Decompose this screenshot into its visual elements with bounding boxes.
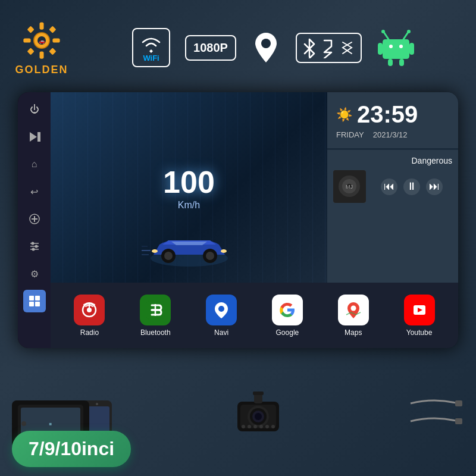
size-label: 7/9/10inci: [29, 438, 114, 459]
svg-text:■: ■: [49, 421, 52, 427]
screen-content: 100 Km/h: [51, 92, 458, 348]
album-art: MJ: [333, 170, 366, 203]
clock-date: FRIDAY 2021/3/12: [336, 130, 408, 139]
svg-point-74: [242, 425, 245, 428]
power-button[interactable]: ⏻: [23, 98, 46, 121]
svg-rect-7: [49, 26, 56, 33]
bluetooth-icon: [140, 295, 171, 325]
sun-icon: ☀️: [336, 107, 352, 123]
svg-point-17: [399, 45, 403, 48]
info-panel: ☀️ 23:59 FRIDAY 2021/3/12 Dangerous: [327, 92, 458, 283]
svg-rect-20: [388, 59, 393, 66]
app-grid: Radio Bluetooth: [51, 283, 458, 348]
svg-rect-4: [23, 38, 30, 42]
speed-unit: Km/h: [178, 200, 200, 211]
app-maps[interactable]: Maps: [338, 295, 369, 337]
svg-rect-9: [49, 48, 56, 55]
app-youtube[interactable]: Youtube: [404, 295, 435, 337]
svg-point-30: [35, 245, 37, 248]
svg-point-75: [248, 425, 251, 428]
svg-point-58: [350, 305, 356, 311]
app-bluetooth[interactable]: Bluetooth: [140, 295, 171, 337]
music-row: MJ ⏮ ⏸ ⏭: [333, 170, 452, 203]
feature-icons: WiFi 1080P: [83, 27, 464, 68]
pause-button[interactable]: ⏸: [403, 178, 420, 195]
next-button[interactable]: ⏭: [426, 178, 443, 195]
music-controls: ⏮ ⏸ ⏭: [371, 178, 452, 195]
svg-rect-33: [29, 296, 34, 300]
svg-point-78: [265, 425, 269, 428]
app-radio[interactable]: Radio: [74, 295, 105, 337]
clock-day: FRIDAY: [336, 130, 364, 139]
svg-point-42: [221, 249, 227, 253]
svg-point-76: [253, 425, 257, 428]
svg-point-53: [87, 308, 92, 312]
svg-text:MJ: MJ: [346, 184, 353, 190]
speed-value: 100: [163, 164, 215, 200]
svg-point-67: [96, 403, 98, 405]
brand-name: GOLDEN: [15, 64, 68, 76]
bottom-section: ■: [0, 354, 476, 476]
top-section: 🚗 GOLDEN WiFi 1080P: [0, 0, 476, 95]
sidebar: ⏻ ⌂ ↩: [18, 92, 51, 348]
svg-rect-8: [27, 48, 34, 55]
bluetooth-label: Bluetooth: [140, 328, 171, 337]
svg-point-63: [21, 421, 26, 426]
apps-button[interactable]: [23, 290, 46, 312]
svg-rect-82: [455, 400, 462, 406]
svg-line-12: [384, 32, 389, 39]
music-title: Dangerous: [333, 156, 452, 165]
svg-point-77: [259, 425, 263, 428]
radio-icon: [74, 295, 105, 325]
resolution-badge: 1080P: [185, 35, 236, 61]
svg-point-41: [206, 252, 214, 260]
home-button[interactable]: ⌂: [23, 153, 46, 176]
svg-rect-36: [35, 302, 40, 306]
svg-point-28: [31, 242, 34, 245]
radio-label: Radio: [80, 328, 99, 337]
maps-label: Maps: [345, 328, 362, 337]
media-button[interactable]: [23, 126, 46, 148]
svg-rect-23: [37, 132, 40, 142]
navi-label: Navi: [214, 328, 228, 337]
car-animation: [142, 230, 237, 271]
settings-button[interactable]: ⚙: [23, 262, 46, 285]
control-buttons: ⏮ ⏸ ⏭: [371, 178, 452, 195]
svg-rect-5: [52, 38, 60, 42]
clock-time: 23:59: [357, 101, 418, 128]
app-navi[interactable]: Navi: [206, 295, 237, 337]
svg-point-32: [32, 248, 35, 251]
wifi-badge: WiFi: [132, 28, 170, 67]
youtube-label: Youtube: [406, 328, 433, 337]
svg-point-79: [271, 425, 275, 428]
bluetooth-badge: [296, 33, 362, 63]
prev-button[interactable]: ⏮: [381, 178, 397, 195]
svg-point-43: [152, 249, 158, 253]
svg-rect-81: [253, 392, 264, 395]
wifi-label: WiFi: [143, 54, 159, 62]
cable-wrap: [405, 392, 464, 439]
svg-rect-19: [409, 43, 414, 55]
camera-wrap: [130, 390, 387, 440]
svg-rect-6: [27, 26, 34, 33]
svg-line-14: [403, 32, 408, 39]
app-google[interactable]: Google: [272, 295, 303, 337]
device-screen: ⏻ ⌂ ↩: [18, 92, 458, 348]
android-badge: [377, 27, 415, 68]
svg-point-16: [389, 45, 393, 48]
clock-full-date: 2021/3/12: [373, 130, 408, 139]
back-button[interactable]: ↩: [23, 180, 46, 203]
svg-rect-3: [40, 51, 44, 58]
svg-text:🚗: 🚗: [39, 37, 45, 44]
logo-area: 🚗 GOLDEN: [12, 20, 71, 76]
logo-icon: 🚗: [21, 20, 62, 61]
clock-row: ☀️ 23:59: [336, 101, 418, 128]
google-label: Google: [276, 328, 299, 337]
svg-point-57: [218, 306, 224, 312]
music-box: Dangerous MJ: [327, 150, 458, 283]
equalizer-button[interactable]: [23, 235, 46, 258]
maps-icon: [338, 295, 369, 325]
svg-rect-21: [399, 59, 404, 66]
svg-rect-83: [455, 418, 462, 424]
add-button[interactable]: [23, 208, 46, 230]
